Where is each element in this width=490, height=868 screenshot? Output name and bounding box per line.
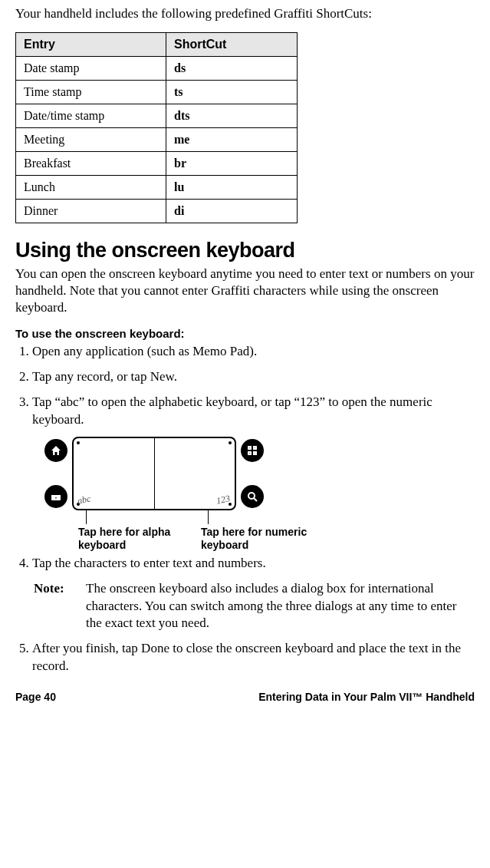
page-number: Page 40 <box>15 691 56 703</box>
cell-shortcut: lu <box>166 176 298 200</box>
callout-numeric: Tap here for numeric keyboard <box>201 526 354 552</box>
menu-icon <box>44 485 67 508</box>
table-row: Date stampds <box>16 57 298 81</box>
svg-line-11 <box>254 498 257 501</box>
section-heading: Using the onscreen keyboard <box>15 239 475 262</box>
table-header-entry: Entry <box>16 33 166 57</box>
step-item: Tap “abc” to open the alphabetic keyboar… <box>32 394 475 429</box>
step-item: After you finish, tap Done to close the … <box>32 640 475 675</box>
callout-alpha: Tap here for alpha keyboard <box>78 526 201 552</box>
abc-tap-target: abc <box>77 493 92 507</box>
calculator-icon: +−×÷ <box>241 439 264 462</box>
table-row: Dinnerdi <box>16 200 298 223</box>
cell-entry: Dinner <box>16 200 166 223</box>
chapter-title: Entering Data in Your Palm VII™ Handheld <box>258 691 475 703</box>
cell-entry: Breakfast <box>16 152 166 176</box>
svg-text:×: × <box>248 451 251 455</box>
step-item: Tap any record, or tap New. <box>32 368 475 386</box>
cell-shortcut: ts <box>166 81 298 104</box>
table-row: Meetingme <box>16 128 298 152</box>
steps-list: Open any application (such as Memo Pad).… <box>15 343 475 429</box>
svg-text:+: + <box>248 446 251 450</box>
cell-entry: Date/time stamp <box>16 104 166 128</box>
table-row: Breakfastbr <box>16 152 298 176</box>
table-header-shortcut: ShortCut <box>166 33 298 57</box>
svg-text:−: − <box>254 446 256 450</box>
step-item: Tap the characters to enter text and num… <box>32 555 475 573</box>
table-row: Time stampts <box>16 81 298 104</box>
page-footer: Page 40 Entering Data in Your Palm VII™ … <box>15 689 475 703</box>
note-label: Note: <box>34 580 86 633</box>
cell-shortcut: br <box>166 152 298 176</box>
cell-shortcut: di <box>166 200 298 223</box>
cell-entry: Time stamp <box>16 81 166 104</box>
svg-rect-1 <box>51 493 61 495</box>
cell-entry: Date stamp <box>16 57 166 81</box>
section-intro: You can open the onscreen keyboard anyti… <box>15 266 475 316</box>
note-block: Note: The onscreen keyboard also include… <box>34 580 475 633</box>
cell-shortcut: me <box>166 128 298 152</box>
home-icon <box>44 439 67 462</box>
graffiti-diagram: abc 123 +−×÷ Tap here for alpha <box>40 437 475 552</box>
svg-point-10 <box>248 493 255 499</box>
graffiti-writing-area: abc 123 <box>72 437 236 510</box>
steps-list-continued-2: After you finish, tap Done to close the … <box>15 640 475 675</box>
cell-shortcut: ds <box>166 57 298 81</box>
note-body: The onscreen keyboard also includes a di… <box>86 580 475 633</box>
find-icon <box>241 485 264 508</box>
svg-text:÷: ÷ <box>254 451 256 455</box>
table-row: Lunchlu <box>16 176 298 200</box>
steps-list-continued: Tap the characters to enter text and num… <box>15 555 475 573</box>
cell-shortcut: dts <box>166 104 298 128</box>
shortcuts-table: Entry ShortCut Date stampds Time stampts… <box>15 32 298 223</box>
intro-paragraph: Your handheld includes the following pre… <box>15 6 475 21</box>
cell-entry: Meeting <box>16 128 166 152</box>
cell-entry: Lunch <box>16 176 166 200</box>
table-row: Date/time stampdts <box>16 104 298 128</box>
step-item: Open any application (such as Memo Pad). <box>32 343 475 361</box>
sub-heading: To use the onscreen keyboard: <box>15 327 475 340</box>
